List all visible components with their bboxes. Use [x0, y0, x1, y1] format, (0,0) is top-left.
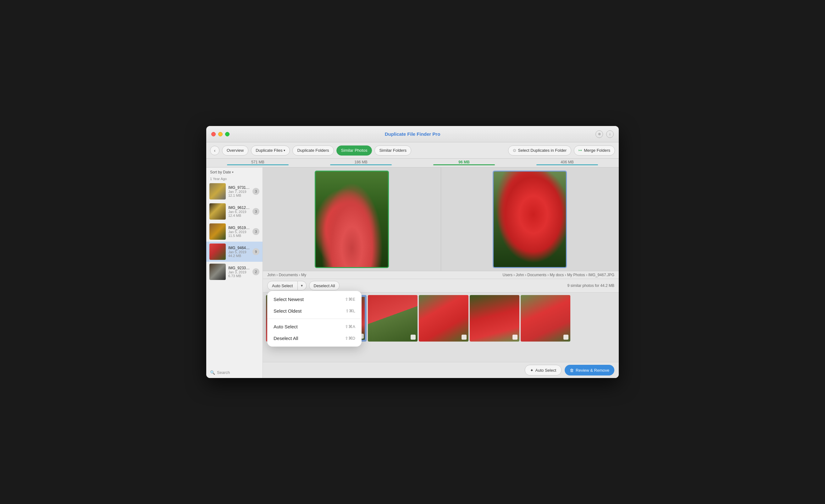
- file-name: IMG_9233.JPG: [228, 266, 250, 270]
- file-count: 2: [252, 268, 259, 275]
- flower-image-right: [494, 172, 566, 267]
- file-thumbnail: [209, 224, 226, 240]
- file-thumbnail: [209, 203, 226, 220]
- auto-select-group: Auto Select ▾: [267, 281, 307, 290]
- path-right: Users › John › Documents › My docs › My …: [503, 273, 614, 277]
- tab-similar-folders[interactable]: Similar Folders: [374, 146, 411, 156]
- file-count: 3: [252, 228, 259, 235]
- info-icon[interactable]: i: [606, 131, 614, 138]
- trash-icon: 🗑: [570, 368, 574, 373]
- time-group-label: 1 Year Ago: [206, 176, 262, 181]
- dropdown-item-select-oldest[interactable]: Select Oldest ⇧⌘L: [267, 305, 362, 317]
- path-left: John › Documents › My: [267, 273, 306, 277]
- thumbnail-5[interactable]: [470, 295, 519, 342]
- list-item[interactable]: IMG_9233.JPG Jan 3, 2019 6.73 MB 2: [206, 262, 262, 282]
- tab-duplicate-files[interactable]: Duplicate Files ▾: [251, 146, 290, 156]
- maximize-button[interactable]: [225, 132, 229, 136]
- file-name: IMG_9612.JPG: [228, 205, 250, 210]
- thumbnail-4[interactable]: [419, 295, 468, 342]
- photo-left-container: [263, 167, 441, 271]
- file-thumbnail: [209, 244, 226, 260]
- photo-right-container: [441, 167, 619, 271]
- list-item[interactable]: IMG_9464.JPG Jan 5, 2019 44.2 MB 9: [206, 242, 262, 262]
- thumbnail-3[interactable]: [368, 295, 418, 342]
- rss-icon[interactable]: ⊕: [596, 131, 603, 138]
- auto-select-dropdown-button[interactable]: ▾: [298, 281, 307, 290]
- dropdown-item-auto-select[interactable]: Auto Select ⇧⌘A: [267, 321, 362, 332]
- list-item[interactable]: IMG_9519.JPG Jan 5, 2019 11.5 MB 3: [206, 222, 262, 242]
- tab-overview[interactable]: Overview: [222, 146, 248, 156]
- file-date: Jan 3, 2019: [228, 270, 250, 274]
- dropdown-popup: Select Newest ⇧⌘E Select Oldest ⇧⌘L Auto…: [267, 291, 362, 347]
- titlebar: Duplicate File Finder Pro ⊕ i: [206, 126, 619, 142]
- file-date: Jan 7, 2019: [228, 190, 250, 193]
- file-count: 3: [252, 208, 259, 215]
- photo-preview-area: [263, 167, 619, 271]
- review-remove-button[interactable]: 🗑 Review & Remove: [565, 365, 614, 375]
- minimize-button[interactable]: [218, 132, 223, 136]
- file-thumbnail: [209, 264, 226, 280]
- size-bar-duplicate-files: 571 MB: [206, 159, 309, 167]
- file-size: 44.2 MB: [228, 254, 250, 258]
- content-area: John › Documents › My Users › John › Doc…: [263, 167, 619, 378]
- back-button[interactable]: ‹: [210, 146, 219, 155]
- photo-preview-right[interactable]: [493, 171, 567, 268]
- action-bar-left: Auto Select ▾ Deselect All: [267, 281, 340, 290]
- auto-select-button[interactable]: Auto Select: [267, 281, 298, 290]
- checkbox-6[interactable]: [564, 335, 569, 340]
- list-item[interactable]: IMG_9731.JPG Jan 7, 2019 12.1 MB 3: [206, 181, 262, 201]
- sort-label[interactable]: Sort by Date ▾: [206, 167, 262, 176]
- size-bar-similar-folders: 406 MB: [516, 159, 619, 167]
- similar-count: 9 similar photos for 44.2 MB: [568, 283, 614, 288]
- checkbox-3[interactable]: [410, 335, 416, 340]
- path-bar: John › Documents › My Users › John › Doc…: [263, 271, 619, 279]
- merge-folders-button[interactable]: ↦ Merge Folders: [574, 146, 615, 156]
- shortcut-deselect-all: ⇧⌘D: [345, 336, 355, 341]
- dropdown-item-deselect-all[interactable]: Deselect All ⇧⌘D: [267, 332, 362, 344]
- file-size: 6.73 MB: [228, 274, 250, 278]
- shortcut-newest: ⇧⌘E: [345, 297, 355, 302]
- auto-select-bottom-button[interactable]: ✦ Auto Select: [525, 365, 562, 375]
- thumbnail-6[interactable]: [521, 295, 570, 342]
- deselect-all-button[interactable]: Deselect All: [309, 281, 340, 290]
- target-icon: ⊙: [513, 148, 516, 153]
- search-icon: 🔍: [210, 370, 215, 375]
- size-bar-duplicate-folders: 186 MB: [309, 159, 412, 167]
- merge-icon: ↦: [579, 148, 582, 153]
- sidebar: Sort by Date ▾ 1 Year Ago IMG_9731.JPG J…: [206, 167, 263, 378]
- file-date: Jan 5, 2019: [228, 230, 250, 234]
- size-bars: 571 MB 186 MB 96 MB 406 MB: [206, 159, 619, 167]
- bottom-bar: ✦ Auto Select 🗑 Review & Remove: [263, 362, 619, 378]
- window-title: Duplicate File Finder Pro: [385, 131, 441, 137]
- shortcut-auto-select: ⇧⌘A: [345, 324, 355, 329]
- close-button[interactable]: [211, 132, 216, 136]
- file-name: IMG_9731.JPG: [228, 185, 250, 190]
- file-date: Jan 5, 2019: [228, 250, 250, 254]
- main-layout: Sort by Date ▾ 1 Year Ago IMG_9731.JPG J…: [206, 167, 619, 378]
- main-window: www.MacDown.com Duplicate File Finder Pr…: [206, 126, 619, 378]
- tab-similar-photos[interactable]: Similar Photos: [336, 146, 372, 156]
- file-name: IMG_9519.JPG: [228, 226, 250, 230]
- photo-preview-left[interactable]: [315, 171, 389, 268]
- file-size: 12.4 MB: [228, 214, 250, 218]
- tab-duplicate-folders[interactable]: Duplicate Folders: [292, 146, 333, 156]
- list-item[interactable]: IMG_9612.JPG Jan 6, 2019 12.4 MB 3: [206, 201, 262, 222]
- file-name: IMG_9464.JPG: [228, 246, 250, 250]
- sort-arrow-icon: ▾: [232, 171, 234, 174]
- dropdown-arrow-icon: ▾: [284, 149, 285, 152]
- search-button[interactable]: 🔍 Search: [206, 367, 262, 378]
- file-count: 3: [252, 188, 259, 195]
- toolbar: ‹ Overview Duplicate Files ▾ Duplicate F…: [206, 142, 619, 159]
- checkbox-4[interactable]: [461, 335, 467, 340]
- dropdown-divider: [267, 319, 362, 319]
- traffic-lights: [211, 132, 229, 136]
- dropdown-item-select-newest[interactable]: Select Newest ⇧⌘E: [267, 293, 362, 305]
- file-size: 11.5 MB: [228, 234, 250, 238]
- file-date: Jan 6, 2019: [228, 210, 250, 214]
- sparkle-icon: ✦: [530, 368, 534, 373]
- select-duplicates-button[interactable]: ⊙ Select Duplicates in Folder: [508, 146, 572, 156]
- checkbox-5[interactable]: [513, 335, 518, 340]
- action-bar: Auto Select ▾ Deselect All 9 similar pho…: [263, 279, 619, 292]
- file-count: 9: [252, 248, 259, 255]
- titlebar-icons: ⊕ i: [596, 131, 614, 138]
